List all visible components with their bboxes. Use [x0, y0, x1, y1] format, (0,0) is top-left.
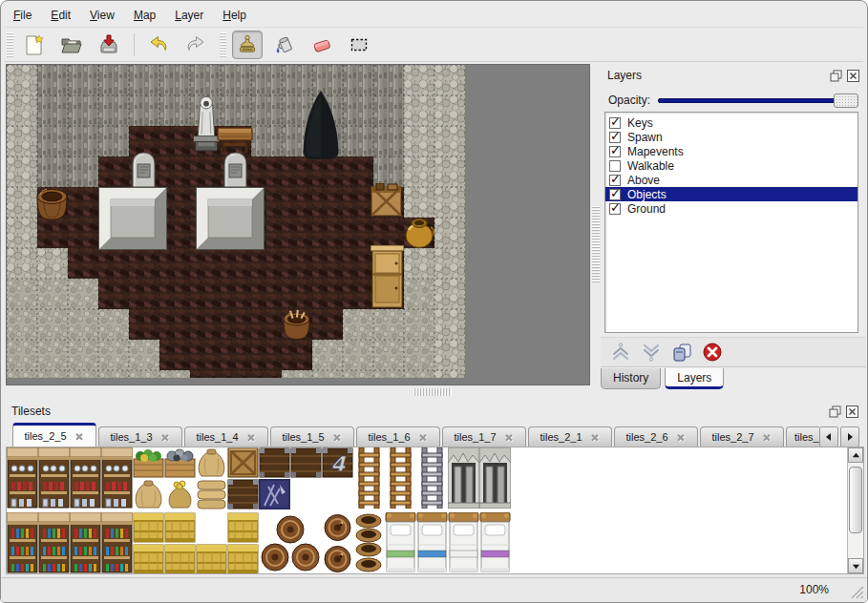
move-layer-up-button[interactable]: [608, 340, 633, 364]
tileset-tab[interactable]: tiles_1_3: [98, 426, 182, 447]
layer-actions-toolbar: [601, 337, 866, 367]
vertical-splitter-handle[interactable]: [592, 206, 600, 282]
toolbar-grip[interactable]: [220, 32, 226, 57]
scrollbar-thumb[interactable]: [849, 467, 862, 533]
gravestone: [222, 153, 248, 193]
tileset-vertical-scrollbar[interactable]: [847, 447, 863, 573]
menu-view[interactable]: View: [83, 6, 121, 25]
scroll-down-button[interactable]: [848, 558, 863, 573]
close-tab-icon[interactable]: [74, 431, 85, 442]
tileset-tab[interactable]: tiles_2_1: [528, 426, 612, 447]
close-tab-icon[interactable]: [246, 432, 257, 443]
paint-can-icon: [273, 33, 296, 56]
close-tab-icon[interactable]: [160, 432, 171, 443]
close-tab-icon[interactable]: [590, 432, 601, 443]
map-canvas[interactable]: [6, 64, 590, 385]
fill-tool-button[interactable]: [269, 31, 300, 59]
arrow-left-icon: [824, 432, 834, 442]
stamp-tool-button[interactable]: [232, 31, 263, 59]
monument-pedestal: [99, 188, 167, 250]
eraser-tool-button[interactable]: [307, 31, 337, 59]
barrel: [37, 190, 67, 220]
scroll-tabs-right-button[interactable]: [840, 426, 859, 447]
layers-dock: Layers Opacity: ✓: [601, 64, 866, 396]
horizontal-splitter-handle[interactable]: [413, 388, 452, 396]
layers-panel-float-button[interactable]: [829, 69, 842, 82]
layer-name: Ground: [627, 202, 666, 216]
tileset-tab[interactable]: tiles_2_6: [614, 426, 698, 447]
undo-button[interactable]: [143, 31, 174, 59]
tileset-tab-label: tiles_2_6: [625, 431, 667, 443]
tilesets-panel-close-button[interactable]: [845, 405, 858, 418]
layer-row-walkable[interactable]: Walkable: [605, 158, 857, 173]
layer-row-above[interactable]: ✓ Above: [605, 173, 857, 187]
save-icon: [97, 33, 120, 56]
layer-row-mapevents[interactable]: ✓ Mapevents: [605, 144, 857, 158]
menu-help[interactable]: Help: [216, 6, 253, 25]
close-tab-icon[interactable]: [676, 432, 687, 443]
layer-visibility-checkbox[interactable]: ✓: [609, 203, 621, 215]
tileset-tab[interactable]: tiles_2_5: [12, 423, 96, 447]
layer-list[interactable]: ✓ Keys ✓ Spawn ✓ Mapevents Walkable ✓ Ab…: [604, 112, 858, 333]
layer-row-ground[interactable]: ✓ Ground: [605, 201, 857, 216]
opacity-slider[interactable]: [658, 93, 858, 108]
resize-grip[interactable]: [848, 583, 865, 600]
layer-visibility-checkbox[interactable]: [609, 160, 621, 172]
menu-edit[interactable]: Edit: [44, 6, 77, 25]
layer-name: Objects: [627, 188, 667, 201]
tileset-render: 4: [7, 447, 513, 573]
layer-row-spawn[interactable]: ✓ Spawn: [605, 130, 857, 144]
duplicate-layer-button[interactable]: [669, 340, 694, 364]
layer-visibility-checkbox[interactable]: ✓: [609, 146, 621, 157]
eraser-icon: [310, 33, 333, 56]
rect-select-tool-button[interactable]: [344, 31, 374, 59]
gravestone: [131, 153, 157, 193]
close-tab-icon[interactable]: [418, 432, 429, 443]
tileset-t ab[interactable]: tiles_1_4: [184, 426, 268, 447]
tilesets-panel-title: Tilesets: [11, 405, 824, 418]
new-map-button[interactable]: [19, 31, 50, 59]
menu-file[interactable]: File: [7, 6, 38, 25]
tileset-tab[interactable]: tiles_1_6: [356, 426, 440, 447]
tab-history[interactable]: History: [601, 368, 661, 389]
redo-button[interactable]: [180, 31, 211, 59]
close-tab-icon[interactable]: [762, 432, 773, 443]
dock-tab-bar: History Layers: [601, 368, 866, 393]
move-layer-down-button[interactable]: [639, 340, 664, 364]
tileset-tab-label: tiles_2_5: [24, 430, 66, 442]
tab-layers[interactable]: Layers: [665, 368, 724, 389]
tileset-view[interactable]: 4: [6, 447, 864, 574]
checkmark-icon: ✓: [610, 129, 621, 143]
delete-layer-button[interactable]: [700, 340, 725, 364]
opacity-slider-groove[interactable]: [658, 98, 858, 103]
layer-visibility-checkbox[interactable]: ✓: [609, 117, 621, 129]
new-file-icon: [23, 33, 46, 56]
tileset-tab[interactable]: tiles_1_7: [442, 426, 526, 447]
scroll-tabs-left-button[interactable]: [819, 426, 838, 447]
open-map-button[interactable]: [56, 31, 87, 59]
save-map-button[interactable]: [94, 31, 124, 59]
menu-map[interactable]: Map: [127, 6, 162, 25]
tilesets-panel-float-button[interactable]: [828, 405, 841, 418]
tileset-tab[interactable]: tiles_2_7: [700, 426, 784, 447]
layer-visibility-checkbox[interactable]: ✓: [609, 189, 621, 200]
wall-crate: [371, 183, 401, 216]
tileset-tab-label: tiles_2_1: [540, 431, 582, 443]
checkmark-icon: ✓: [610, 143, 621, 157]
layer-row-objects[interactable]: ✓ Objects: [605, 187, 857, 201]
layer-visibility-checkbox[interactable]: ✓: [609, 175, 621, 186]
tileset-tab[interactable]: tiles_1_5: [270, 426, 354, 447]
delete-icon: [702, 342, 723, 363]
redo-arrow-icon: [184, 33, 207, 56]
toolbar-grip[interactable]: [7, 32, 13, 57]
layer-visibility-checkbox[interactable]: ✓: [609, 132, 621, 143]
scroll-up-button[interactable]: [848, 447, 863, 463]
layer-name: Keys: [627, 116, 653, 130]
layer-row-keys[interactable]: ✓ Keys: [605, 115, 857, 130]
tileset-tab[interactable]: tiles_: [786, 426, 819, 447]
opacity-slider-handle[interactable]: [834, 94, 858, 108]
layers-panel-close-button[interactable]: [846, 69, 859, 82]
menu-layer[interactable]: Layer: [168, 6, 210, 25]
close-tab-icon[interactable]: [504, 432, 515, 443]
close-tab-icon[interactable]: [332, 432, 343, 443]
